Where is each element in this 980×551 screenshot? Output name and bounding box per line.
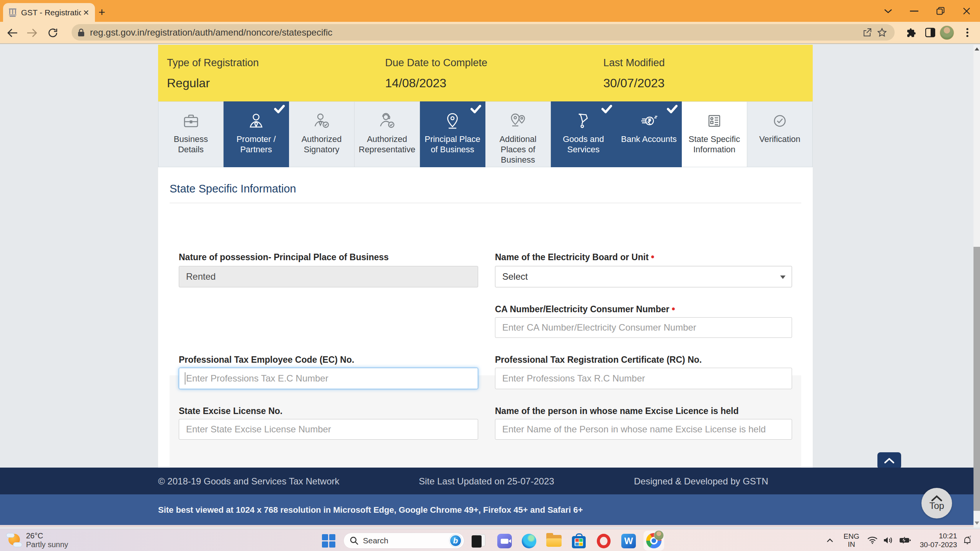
tab-close-icon[interactable]: ✕ <box>81 8 91 18</box>
window-close-button[interactable] <box>955 0 978 22</box>
browser-menu-dots-icon[interactable] <box>960 25 975 40</box>
pt-rc-input[interactable] <box>495 368 792 389</box>
desktop-screen: GST - Registration ✕ + reg.gst.gov.in/re… <box>0 0 980 551</box>
notification-bell-icon[interactable]: zz <box>957 535 978 545</box>
windows-logo-icon <box>322 534 335 548</box>
browser-scrollbar[interactable] <box>973 45 980 527</box>
tab-bank-accounts[interactable]: Bank Accounts <box>616 101 682 167</box>
scrollbar-down-arrow[interactable] <box>973 520 980 527</box>
share-icon[interactable] <box>860 25 875 40</box>
language-indicator[interactable]: ENGIN <box>844 532 859 548</box>
forward-nav-icon[interactable] <box>25 26 39 40</box>
microsoft-store-icon <box>572 536 586 548</box>
address-bar[interactable]: reg.gst.gov.in/registration/auth/amend/n… <box>72 24 895 41</box>
tab-verification[interactable]: Verification <box>747 101 813 167</box>
new-tab-button[interactable]: + <box>96 6 108 18</box>
reload-icon[interactable] <box>46 26 60 40</box>
back-to-top-button[interactable]: Top <box>921 488 952 518</box>
tray-time: 10:21 <box>920 531 957 540</box>
title-divider <box>170 203 801 203</box>
tab-authorized-signatory[interactable]: Authorized Signatory <box>289 101 354 167</box>
excise-license-label: State Excise License No. <box>179 406 283 416</box>
url-text[interactable]: reg.gst.gov.in/registration/auth/amend/n… <box>90 27 860 38</box>
id-card-icon <box>705 110 724 132</box>
taskbar-weather-widget[interactable]: 26°C Partly sunny <box>6 531 68 549</box>
banner-label: Due Date to Complete <box>385 57 487 69</box>
tab-principal-place[interactable]: Principal Place of Business <box>420 101 485 167</box>
excise-license-input[interactable] <box>179 419 478 440</box>
weather-desc: Partly sunny <box>26 540 68 549</box>
word-icon: W <box>621 534 636 548</box>
battery-charging-icon[interactable] <box>896 537 914 544</box>
pt-ec-label: Professional Tax Employee Code (EC) No. <box>179 355 354 365</box>
registration-status-banner: Type of Registration Regular Due Date to… <box>158 45 813 101</box>
start-button[interactable] <box>321 533 336 548</box>
window-minimize-button[interactable] <box>903 0 926 22</box>
clock-date[interactable]: 10:2130-07-2023 <box>920 531 957 549</box>
footer-designed-by: Designed & Developed by GSTN <box>634 476 768 487</box>
taskbar-search[interactable]: Search b <box>343 533 464 549</box>
check-icon <box>470 105 481 113</box>
bookmark-star-icon[interactable] <box>875 25 889 40</box>
person-icon <box>247 110 265 132</box>
opera-icon <box>597 534 611 548</box>
footer-last-updated: Site Last Updated on 25-07-2023 <box>419 476 554 487</box>
wifi-icon[interactable] <box>865 536 880 544</box>
cart-icon <box>574 110 593 132</box>
taskbar-app-snip[interactable] <box>470 532 487 550</box>
map-pins-icon <box>509 110 527 132</box>
chrome-icon <box>646 533 662 548</box>
ca-number-input[interactable] <box>495 317 792 338</box>
briefcase-icon <box>182 110 200 132</box>
pt-rc-label: Professional Tax Registration Certificat… <box>495 355 702 365</box>
window-restore-button[interactable] <box>929 0 952 22</box>
pt-ec-input[interactable] <box>179 368 478 389</box>
chevron-down-icon <box>780 276 786 279</box>
tab-business-details[interactable]: Business Details <box>158 101 224 167</box>
edge-browser-icon <box>522 534 536 548</box>
tab-additional-places[interactable]: Additional Places of Business <box>485 101 551 167</box>
browser-tab[interactable]: GST - Registration ✕ <box>3 3 95 22</box>
taskbar-app-chrome[interactable] <box>644 531 664 551</box>
tab-promoter-partners[interactable]: Promoter / Partners <box>224 101 289 167</box>
lock-icon[interactable] <box>78 28 85 37</box>
rupee-coin-icon <box>640 110 658 132</box>
ca-number-label: CA Number/Electricity Consumer Number• <box>495 304 675 315</box>
electricity-board-select[interactable]: Select <box>495 266 792 287</box>
electricity-board-label: Name of the Electricity Board or Unit• <box>495 252 654 262</box>
footer-best-viewed-bar: Site best viewed at 1024 x 768 resolutio… <box>0 494 973 525</box>
scrollbar-up-arrow[interactable] <box>973 46 980 52</box>
back-nav-icon[interactable] <box>5 26 19 40</box>
taskbar-app-edge[interactable] <box>520 532 538 550</box>
side-panel-icon[interactable] <box>923 25 938 40</box>
tab-goods-services[interactable]: Goods and Services <box>551 101 616 167</box>
taskbar-app-opera[interactable] <box>595 532 612 550</box>
tab-state-specific-information[interactable]: State Specific Information <box>682 101 747 167</box>
extensions-puzzle-icon[interactable] <box>905 25 919 40</box>
scrollbar-thumb[interactable] <box>973 247 980 511</box>
taskbar-app-chat[interactable] <box>496 532 513 550</box>
taskbar-app-word[interactable]: W <box>620 532 637 550</box>
search-placeholder: Search <box>363 536 449 545</box>
page-viewport: Type of Registration Regular Due Date to… <box>0 45 973 527</box>
chevron-up-icon <box>884 458 894 463</box>
browser-profile-avatar[interactable] <box>940 26 954 40</box>
tab-search-chevron-icon[interactable] <box>877 0 900 22</box>
form-section: State Specific Information Nature of pos… <box>158 167 813 468</box>
scroll-top-chip[interactable] <box>877 452 901 469</box>
volume-icon[interactable] <box>880 536 896 544</box>
file-explorer-icon <box>546 535 562 547</box>
person-headset-icon <box>378 110 396 132</box>
possession-label: Nature of possession- Principal Place of… <box>179 252 389 262</box>
weather-temp: 26°C <box>26 531 68 540</box>
wizard-tab-strip: Business Details Promoter / Partners <box>158 101 813 167</box>
check-icon <box>667 105 678 113</box>
taskbar-app-store[interactable] <box>570 532 588 550</box>
taskbar-app-file-explorer[interactable] <box>545 532 563 550</box>
tray-chevron-up-icon[interactable] <box>822 538 838 543</box>
footer-best-viewed-text: Site best viewed at 1024 x 768 resolutio… <box>158 505 583 515</box>
text-cursor <box>185 372 185 385</box>
banner-value: 14/08/2023 <box>385 76 446 90</box>
tab-authorized-representative[interactable]: Authorized Representative <box>354 101 420 167</box>
excise-holder-input[interactable] <box>495 419 792 440</box>
